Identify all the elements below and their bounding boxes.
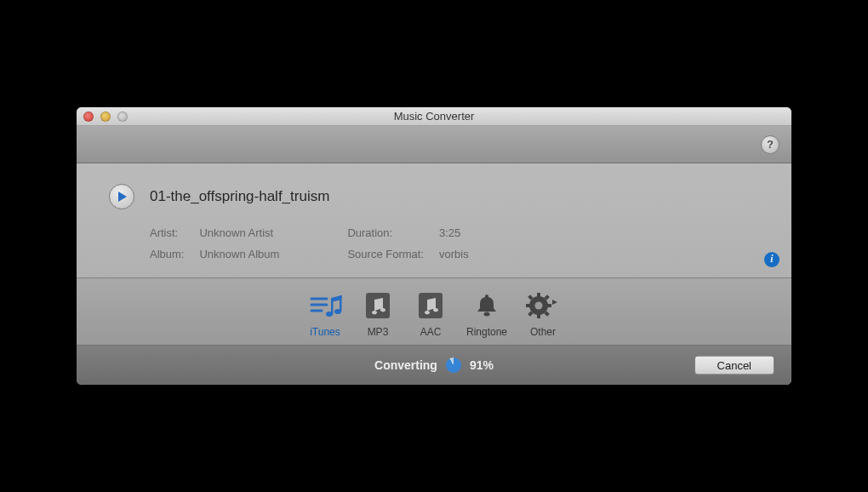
play-button[interactable] bbox=[109, 184, 134, 209]
window-title: Music Converter bbox=[77, 110, 791, 123]
track-title: 01-the_offspring-half_truism bbox=[150, 188, 329, 205]
info-button[interactable]: i bbox=[764, 252, 779, 267]
source-format-label: Source Format: bbox=[347, 244, 424, 266]
svg-rect-13 bbox=[537, 293, 540, 298]
cancel-button[interactable]: Cancel bbox=[694, 355, 774, 375]
artist-value: Unknown Artist bbox=[199, 223, 279, 244]
format-itunes[interactable]: iTunes bbox=[308, 289, 342, 338]
artist-label: Artist: bbox=[150, 223, 184, 244]
format-other[interactable]: Other bbox=[526, 289, 560, 338]
titlebar: Music Converter bbox=[77, 107, 791, 126]
status-percent: 91% bbox=[470, 358, 494, 372]
format-bar: iTunes MP3 AAC bbox=[77, 278, 791, 346]
format-aac[interactable]: AAC bbox=[414, 289, 448, 338]
format-ringtone[interactable]: Ringtone bbox=[466, 289, 507, 338]
duration-value: 3:25 bbox=[439, 223, 469, 244]
close-button[interactable] bbox=[83, 112, 94, 122]
svg-marker-22 bbox=[552, 300, 557, 305]
toolbar: ? bbox=[77, 126, 791, 163]
format-label: Ringtone bbox=[466, 326, 507, 338]
format-label: AAC bbox=[420, 326, 442, 338]
svg-rect-14 bbox=[537, 313, 540, 318]
source-format-value: vorbis bbox=[439, 244, 469, 266]
bell-icon bbox=[470, 289, 504, 323]
format-label: iTunes bbox=[310, 326, 340, 338]
status-bar: Converting 91% Cancel bbox=[77, 346, 791, 385]
mp3-icon bbox=[361, 289, 395, 323]
duration-label: Duration: bbox=[347, 223, 424, 244]
zoom-button[interactable] bbox=[117, 112, 128, 122]
format-label: MP3 bbox=[368, 326, 389, 338]
svg-rect-15 bbox=[526, 304, 531, 307]
itunes-icon bbox=[308, 289, 342, 323]
svg-marker-0 bbox=[118, 192, 127, 202]
format-label: Other bbox=[530, 326, 556, 338]
status-label: Converting bbox=[374, 358, 437, 372]
gear-icon bbox=[526, 289, 560, 323]
help-button[interactable]: ? bbox=[761, 135, 779, 154]
play-icon bbox=[116, 191, 128, 203]
svg-point-11 bbox=[483, 312, 489, 316]
album-label: Album: bbox=[150, 244, 184, 266]
aac-icon bbox=[414, 289, 448, 323]
track-info-panel: 01-the_offspring-half_truism Artist: Unk… bbox=[77, 163, 791, 277]
album-value: Unknown Album bbox=[199, 244, 279, 266]
app-window: Music Converter ? 01-the_offspring-half_… bbox=[77, 107, 791, 384]
svg-point-21 bbox=[535, 301, 543, 309]
format-mp3[interactable]: MP3 bbox=[361, 289, 395, 338]
progress-pie-icon bbox=[446, 358, 461, 373]
svg-rect-16 bbox=[546, 304, 551, 307]
minimize-button[interactable] bbox=[100, 112, 111, 122]
